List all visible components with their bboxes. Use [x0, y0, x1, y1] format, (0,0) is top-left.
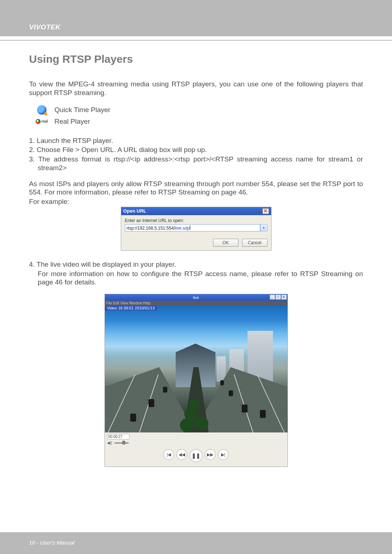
ok-button[interactable]: OK — [213, 239, 238, 247]
open-url-dialog-wrap: Open URL ✕ Enter an Internet URL to open… — [29, 207, 363, 251]
dropdown-icon[interactable]: ▾ — [260, 224, 268, 231]
brand-text: VIVOTEK — [29, 23, 61, 31]
quicktime-icon — [36, 105, 48, 115]
players-list: Quick Time Player real Real Player — [36, 105, 363, 126]
footer-text: 16 - User's Manual — [29, 539, 74, 546]
rewind-button[interactable]: ◀◀ — [176, 449, 187, 460]
maximize-icon[interactable]: □ — [275, 295, 281, 300]
car-graphic — [260, 410, 266, 418]
time-display: 00:00:27 — [107, 434, 130, 439]
dialog-titlebar: Open URL ✕ — [121, 207, 271, 215]
player-screenshot: live _ □ ✕ File Edit View Window Help Vi… — [105, 294, 288, 467]
volume-row: ◀)) — [105, 441, 287, 447]
video-overlay-text: Video 16:38:01 2010/01/13 — [105, 305, 157, 311]
time-bar: 00:00:27 — [105, 432, 287, 441]
page-content: Using RTSP Players To view the MPEG-4 st… — [0, 41, 392, 467]
player-titlebar: live _ □ ✕ — [105, 294, 287, 301]
footer-bar: 16 - User's Manual — [0, 532, 392, 554]
dialog-title: Open URL — [123, 208, 147, 214]
example-label: For example: — [29, 197, 363, 206]
quicktime-label: Quick Time Player — [54, 106, 110, 114]
video-area: Video 16:38:01 2010/01/13 — [105, 305, 287, 432]
car-graphic — [148, 399, 154, 407]
step-3: 3. The address format is rtsp://<ip addr… — [29, 155, 363, 172]
steps-list: 1. Launch the RTSP player. 2. Choose Fil… — [29, 136, 363, 172]
forward-button[interactable]: ▶▶ — [205, 449, 216, 460]
next-button[interactable]: ▶| — [218, 449, 229, 460]
car-graphic — [229, 390, 233, 396]
note-paragraph: As most ISPs and players only allow RTSP… — [29, 180, 363, 197]
cancel-button[interactable]: Cancel — [242, 239, 268, 247]
volume-slider[interactable] — [114, 442, 129, 444]
step-4-cont: For more information on how to configure… — [29, 270, 363, 287]
dialog-buttons: OK Cancel — [121, 235, 271, 250]
car-graphic — [220, 380, 224, 385]
quicktime-row: Quick Time Player — [36, 105, 363, 115]
step-1: 1. Launch the RTSP player. — [29, 136, 363, 145]
close-icon[interactable]: ✕ — [262, 208, 269, 214]
realplayer-row: real Real Player — [36, 118, 363, 126]
realplayer-label: Real Player — [54, 118, 90, 126]
step-2: 2. Choose File > Open URL. A URL dialog … — [29, 145, 363, 154]
url-input[interactable]: rtsp://192.168.5.151:554/live.sdp — [125, 224, 260, 231]
window-controls: _ □ ✕ — [270, 295, 287, 300]
step-4: 4. The live video will be displayed in y… — [29, 260, 363, 269]
building-graphic — [217, 356, 226, 382]
prev-button[interactable]: |◀ — [163, 449, 174, 460]
car-graphic — [130, 414, 136, 422]
section-title: Using RTSP Players — [29, 53, 363, 65]
open-url-dialog: Open URL ✕ Enter an Internet URL to open… — [121, 207, 271, 251]
minimize-icon[interactable]: _ — [270, 295, 275, 300]
car-graphic — [163, 387, 167, 393]
steps-list-2: 4. The live video will be displayed in y… — [29, 260, 363, 287]
car-graphic — [242, 405, 248, 413]
player-title: live — [193, 295, 199, 300]
header-bar: VIVOTEK — [0, 0, 392, 36]
playback-controls: |◀ ◀◀ ❚❚ ▶▶ ▶| — [105, 447, 287, 467]
volume-icon[interactable]: ◀)) — [107, 441, 113, 445]
realplayer-icon: real — [36, 118, 48, 125]
close-window-icon[interactable]: ✕ — [281, 295, 287, 300]
url-label: Enter an Internet URL to open: — [125, 218, 268, 223]
pause-button[interactable]: ❚❚ — [189, 449, 203, 462]
trees-graphic — [180, 389, 212, 432]
dialog-body: Enter an Internet URL to open: rtsp://19… — [121, 215, 271, 235]
player-menu[interactable]: File Edit View Window Help — [105, 301, 287, 305]
intro-paragraph: To view the MPEG-4 streaming media using… — [29, 80, 363, 97]
